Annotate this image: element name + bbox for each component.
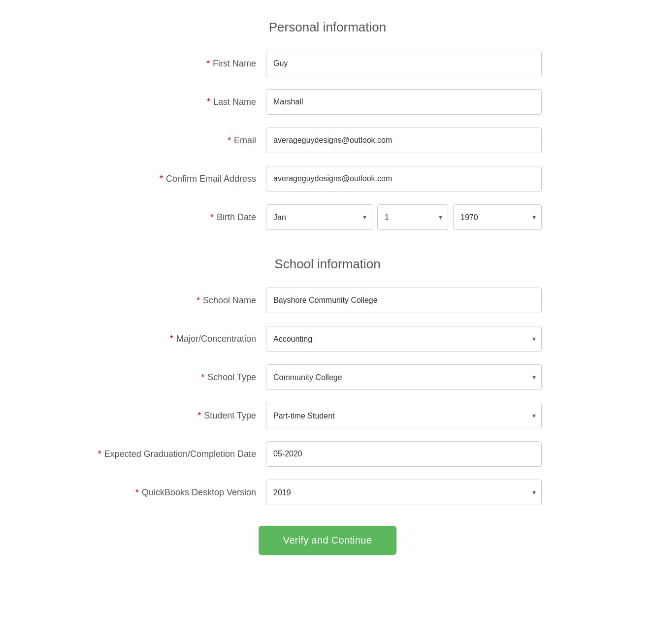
school-type-select[interactable]: Community College University Technical S… <box>266 364 542 390</box>
qb-version-select-wrap: 2019 2018 2017 ▾ <box>266 480 542 505</box>
confirm-email-input-col <box>266 166 542 192</box>
required-star-student-type: * <box>197 411 201 421</box>
first-name-label: * First Name <box>20 59 266 69</box>
student-type-label: * Student Type <box>20 411 266 421</box>
verify-continue-button[interactable]: Verify and Continue <box>259 526 396 555</box>
birth-date-input-col: Jan Feb Mar Apr May Jun Jul Aug Sep Oct … <box>266 204 542 230</box>
school-name-input[interactable] <box>266 288 542 313</box>
birth-date-row: * Birth Date Jan Feb Mar Apr May Jun Jul… <box>20 203 635 231</box>
email-row: * Email <box>20 127 635 154</box>
birth-day-wrap: 1 2 3 ▾ <box>377 204 448 230</box>
major-select[interactable]: Accounting Finance Business <box>266 326 542 352</box>
major-label-text: Major/Concentration <box>176 334 256 344</box>
first-name-label-text: First Name <box>213 59 256 69</box>
graduation-date-input[interactable] <box>266 441 542 467</box>
qb-version-label-text: QuickBooks Desktop Version <box>142 487 256 498</box>
birth-day-select[interactable]: 1 2 3 <box>377 204 448 230</box>
required-star-first-name: * <box>206 59 210 69</box>
page-container: Personal information * First Name * Last… <box>0 0 655 594</box>
qb-version-input-col: 2019 2018 2017 ▾ <box>266 480 542 505</box>
personal-section-title: Personal information <box>20 20 635 35</box>
major-input-col: Accounting Finance Business ▾ <box>266 326 542 352</box>
required-star-graduation-date: * <box>98 449 101 459</box>
school-name-label: * School Name <box>20 295 266 306</box>
birth-year-wrap: 1970 1971 ▾ <box>453 204 542 230</box>
student-type-select[interactable]: Part-time Student Full-time Student <box>266 403 542 428</box>
student-type-select-wrap: Part-time Student Full-time Student ▾ <box>266 403 542 428</box>
last-name-input[interactable] <box>266 89 542 115</box>
major-select-wrap: Accounting Finance Business ▾ <box>266 326 542 352</box>
graduation-date-row: * Expected Graduation/Completion Date <box>20 440 635 468</box>
school-type-label-text: School Type <box>207 372 256 383</box>
qb-version-label: * QuickBooks Desktop Version <box>20 487 266 498</box>
graduation-date-input-col <box>266 441 542 467</box>
school-name-input-col <box>266 288 542 313</box>
student-type-input-col: Part-time Student Full-time Student ▾ <box>266 403 542 428</box>
email-label: * Email <box>20 135 266 146</box>
email-label-text: Email <box>234 135 256 146</box>
first-name-input[interactable] <box>266 51 542 76</box>
first-name-input-col <box>266 51 542 76</box>
birth-date-label: * Birth Date <box>20 212 266 223</box>
required-star-major: * <box>170 334 173 344</box>
required-star-school-name: * <box>196 295 200 306</box>
confirm-email-row: * Confirm Email Address <box>20 165 635 193</box>
last-name-input-col <box>266 89 542 115</box>
required-star-confirm-email: * <box>160 174 163 184</box>
first-name-row: * First Name <box>20 50 635 77</box>
birth-date-label-text: Birth Date <box>217 212 256 223</box>
required-star-qb-version: * <box>135 487 139 498</box>
major-row: * Major/Concentration Accounting Finance… <box>20 325 635 353</box>
birth-date-group: Jan Feb Mar Apr May Jun Jul Aug Sep Oct … <box>266 204 542 230</box>
school-type-row: * School Type Community College Universi… <box>20 363 635 391</box>
confirm-email-label: * Confirm Email Address <box>20 174 266 184</box>
student-type-row: * Student Type Part-time Student Full-ti… <box>20 402 635 429</box>
required-star-school-type: * <box>201 372 204 383</box>
email-input-col <box>266 128 542 153</box>
major-label: * Major/Concentration <box>20 334 266 344</box>
confirm-email-input[interactable] <box>266 166 542 192</box>
qb-version-row: * QuickBooks Desktop Version 2019 2018 2… <box>20 479 635 506</box>
school-name-label-text: School Name <box>203 295 256 306</box>
school-section-title: School information <box>20 257 635 272</box>
required-star-birth-date: * <box>210 212 214 223</box>
confirm-email-label-text: Confirm Email Address <box>166 174 256 184</box>
qb-version-select[interactable]: 2019 2018 2017 <box>266 480 542 505</box>
last-name-label: * Last Name <box>20 97 266 107</box>
graduation-date-label-text: Expected Graduation/Completion Date <box>104 449 256 459</box>
last-name-label-text: Last Name <box>213 97 256 107</box>
school-type-select-wrap: Community College University Technical S… <box>266 364 542 390</box>
student-type-label-text: Student Type <box>204 411 256 421</box>
birth-month-wrap: Jan Feb Mar Apr May Jun Jul Aug Sep Oct … <box>266 204 372 230</box>
email-input[interactable] <box>266 128 542 153</box>
birth-year-select[interactable]: 1970 1971 <box>453 204 542 230</box>
school-name-row: * School Name <box>20 287 635 314</box>
school-type-input-col: Community College University Technical S… <box>266 364 542 390</box>
school-type-label: * School Type <box>20 372 266 383</box>
last-name-row: * Last Name <box>20 88 635 116</box>
required-star-email: * <box>228 135 231 146</box>
graduation-date-label: * Expected Graduation/Completion Date <box>20 449 266 459</box>
required-star-last-name: * <box>207 97 210 107</box>
birth-month-select[interactable]: Jan Feb Mar Apr May Jun Jul Aug Sep Oct … <box>266 204 372 230</box>
